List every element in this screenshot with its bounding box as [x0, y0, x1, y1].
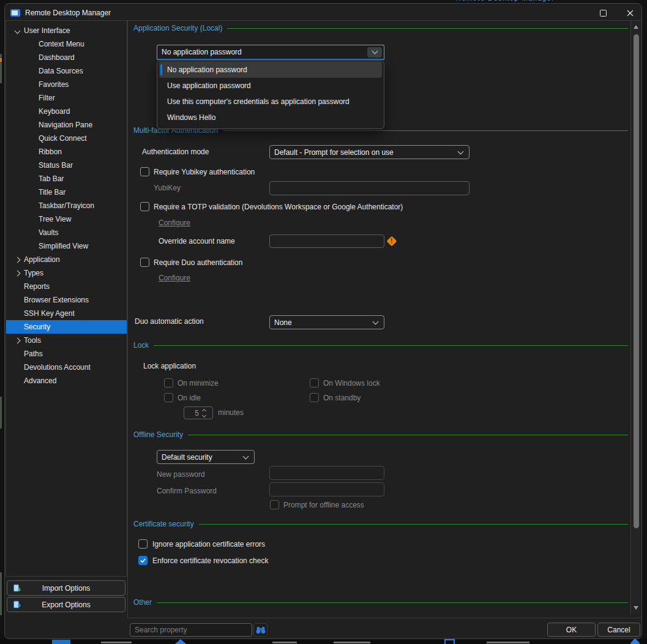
- on-windows-lock-checkbox[interactable]: [310, 378, 319, 388]
- sidebar-item-favorites[interactable]: Favorites: [6, 78, 127, 91]
- sidebar-item-label: Reports: [24, 282, 50, 291]
- authentication-mode-label: Authentication mode: [142, 148, 209, 156]
- sidebar-item-label: Filter: [39, 94, 55, 102]
- import-options-button[interactable]: Import Options: [7, 580, 125, 596]
- enforce-revocation-checkbox[interactable]: [138, 556, 148, 565]
- on-standby-label: On standby: [323, 394, 361, 402]
- sidebar-item-filter[interactable]: Filter: [6, 91, 127, 105]
- spinner-arrows[interactable]: [203, 410, 206, 417]
- sidebar-item-paths[interactable]: Paths: [6, 347, 127, 361]
- authentication-mode-select[interactable]: Default - Prompt for selection on use: [269, 145, 469, 159]
- screen: { "window": { "title": "Remote Desktop M…: [0, 0, 647, 644]
- cancel-button[interactable]: Cancel: [597, 623, 640, 637]
- require-duo-checkbox[interactable]: [140, 258, 149, 267]
- sidebar-item-label: Devolutions Account: [24, 363, 91, 372]
- sidebar-item-tab-bar[interactable]: Tab Bar: [6, 172, 127, 185]
- offline-security-mode-select[interactable]: Default security: [157, 450, 255, 464]
- new-password-input[interactable]: [269, 466, 384, 480]
- ok-button[interactable]: OK: [547, 623, 596, 637]
- sidebar-item-browser-extensions[interactable]: Browser Extensions: [6, 293, 127, 307]
- sidebar-item-types[interactable]: Types: [6, 266, 127, 280]
- sidebar-item-advanced[interactable]: Advanced: [6, 374, 127, 388]
- sidebar-item-navigation-pane[interactable]: Navigation Pane: [6, 118, 127, 132]
- chevron-down-icon[interactable]: [15, 26, 20, 35]
- dropdown-option[interactable]: Windows Hello: [159, 110, 382, 125]
- yubikey-input[interactable]: [269, 181, 469, 195]
- ignore-certificate-errors-label: Ignore application certificate errors: [152, 540, 265, 549]
- sidebar-item-context-menu[interactable]: Context Menu: [6, 37, 127, 51]
- sidebar-item-security[interactable]: Security: [6, 320, 127, 334]
- sidebar-item-title-bar[interactable]: Title Bar: [6, 185, 127, 199]
- export-options-button[interactable]: Export Options: [7, 597, 125, 612]
- section-line: [199, 524, 628, 525]
- require-yubikey-checkbox[interactable]: [140, 167, 149, 176]
- sidebar-item-status-bar[interactable]: Status Bar: [6, 159, 127, 172]
- application-password-dropdown-list: No application password Use application …: [157, 61, 384, 129]
- sidebar-item-tree-view[interactable]: Tree View: [6, 212, 127, 226]
- options-dialog: Remote Desktop Manager User Interface Co…: [4, 3, 642, 639]
- sidebar-item-application[interactable]: Application: [6, 253, 127, 266]
- taskbar-fragment: [175, 639, 186, 644]
- dropdown-option[interactable]: Use this computer's credentials as appli…: [159, 94, 382, 110]
- override-account-name-input[interactable]: [269, 234, 384, 248]
- sidebar-item-tools[interactable]: Tools: [6, 334, 127, 347]
- application-password-combobox[interactable]: No application password: [157, 45, 384, 60]
- authentication-mode-value: Default - Prompt for selection on use: [274, 148, 458, 157]
- option-label: Use this computer's credentials as appli…: [167, 97, 350, 106]
- on-windows-lock-label: On Windows lock: [323, 379, 380, 388]
- title-bar[interactable]: Remote Desktop Manager: [5, 4, 641, 22]
- combobox-dropdown-button[interactable]: [367, 47, 382, 58]
- search-button[interactable]: [253, 623, 267, 637]
- ignore-certificate-errors-checkbox[interactable]: [138, 539, 148, 549]
- duo-automatic-action-select[interactable]: None: [269, 315, 384, 329]
- sidebar-item-vaults[interactable]: Vaults: [6, 226, 127, 239]
- sidebar-item-data-sources[interactable]: Data Sources: [6, 64, 127, 78]
- chevron-right-icon[interactable]: [15, 255, 20, 264]
- sidebar-item-dashboard[interactable]: Dashboard: [6, 51, 127, 64]
- background-title-text: Remote Desktop Manager: [456, 0, 640, 2]
- section-line: [154, 345, 628, 346]
- prompt-offline-access-label: Prompt for offline access: [283, 501, 364, 509]
- scrollbar-up-arrow[interactable]: [634, 25, 638, 29]
- chevron-right-icon[interactable]: [15, 336, 20, 345]
- on-minimize-checkbox[interactable]: [164, 378, 173, 388]
- sidebar-item-simplified-view[interactable]: Simplified View: [6, 239, 127, 253]
- sidebar-item-taskbar-trayicon[interactable]: Taskbar/Trayicon: [6, 199, 127, 212]
- sidebar-item-label: Favorites: [39, 80, 69, 89]
- sidebar-item-label: Tree View: [39, 215, 71, 223]
- idle-minutes-spinner[interactable]: [184, 406, 213, 419]
- sidebar-item-quick-connect[interactable]: Quick Connect: [6, 132, 127, 145]
- configure-duo-link[interactable]: Configure: [159, 274, 190, 282]
- sidebar-item-ribbon[interactable]: Ribbon: [6, 145, 127, 159]
- sidebar-item-reports[interactable]: Reports: [6, 280, 127, 293]
- export-options-label: Export Options: [42, 601, 90, 609]
- search-property-input[interactable]: [130, 623, 252, 637]
- confirm-password-input[interactable]: [269, 482, 384, 496]
- sidebar-item-keyboard[interactable]: Keyboard: [6, 105, 127, 118]
- sidebar-item-user-interface[interactable]: User Interface: [6, 24, 127, 37]
- dropdown-option[interactable]: Use application password: [159, 78, 382, 94]
- scrollbar-down-arrow[interactable]: [634, 606, 638, 610]
- close-icon: [627, 10, 634, 17]
- duo-automatic-action-value: None: [274, 318, 373, 327]
- scrollbar[interactable]: [630, 21, 641, 614]
- sidebar-item-label: Dashboard: [39, 53, 75, 62]
- on-standby-checkbox[interactable]: [310, 393, 319, 402]
- section-offline-security: Offline Security: [133, 430, 628, 439]
- chevron-down-icon: [243, 453, 249, 459]
- sidebar-item-ssh-key-agent[interactable]: SSH Key Agent: [6, 307, 127, 320]
- sidebar-item-devolutions-account[interactable]: Devolutions Account: [6, 361, 127, 374]
- sidebar-item-label: Tab Bar: [39, 174, 64, 183]
- maximize-button[interactable]: [595, 5, 611, 21]
- configure-totp-link[interactable]: Configure: [159, 219, 190, 227]
- close-button[interactable]: [622, 5, 638, 21]
- chevron-right-icon[interactable]: [15, 269, 20, 277]
- require-totp-checkbox[interactable]: [140, 202, 149, 211]
- override-account-name-label: Override account name: [159, 237, 235, 245]
- scrollbar-thumb[interactable]: [634, 34, 639, 528]
- prompt-offline-access-checkbox[interactable]: [270, 500, 279, 509]
- sidebar-item-label: Status Bar: [39, 161, 73, 170]
- idle-minutes-input[interactable]: [185, 409, 199, 417]
- on-idle-checkbox[interactable]: [164, 393, 173, 402]
- dropdown-option-selected[interactable]: No application password: [159, 62, 382, 78]
